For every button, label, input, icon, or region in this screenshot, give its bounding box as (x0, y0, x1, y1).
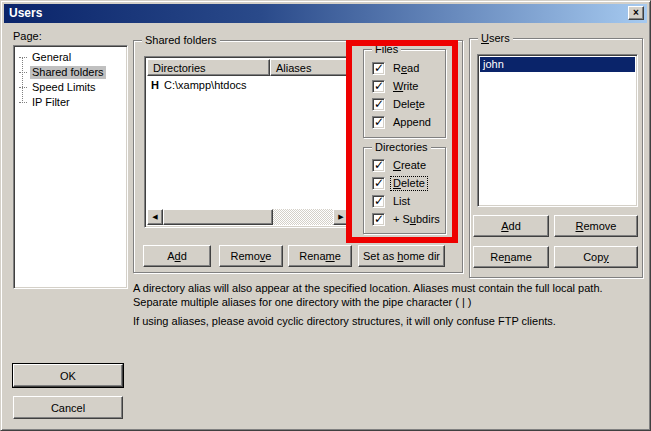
window-title: Users (9, 6, 42, 20)
files-group-label: Files (372, 43, 401, 55)
shared-folder-row[interactable]: H C:\xampp\htdocs (147, 77, 349, 92)
horizontal-scrollbar[interactable]: ◀ ▶ (147, 209, 349, 225)
add-folder-button-label: Add (167, 250, 187, 262)
remove-folder-button-label: Remove (231, 250, 272, 262)
append-checkbox-label: Append (391, 116, 433, 129)
files-group: Files Read Write Delete Append (363, 49, 446, 138)
file-delete-checkbox-label: Delete (391, 98, 427, 111)
directory-path: C:\xampp\htdocs (164, 79, 247, 91)
scroll-left-icon: ◀ (152, 213, 157, 221)
checkbox-check-icon[interactable] (372, 116, 385, 129)
sidebar-item-label: Shared folders (30, 66, 106, 79)
cancel-button[interactable]: Cancel (13, 396, 123, 419)
sidebar-item-label: Speed Limits (30, 81, 98, 94)
sidebar-item-label: IP Filter (30, 96, 72, 109)
user-add-button[interactable]: Add (473, 215, 549, 237)
list-checkbox[interactable]: List (372, 194, 412, 209)
rename-folder-button[interactable]: Rename (288, 245, 352, 267)
directories-column-header[interactable]: Directories (147, 59, 270, 76)
create-checkbox[interactable]: Create (372, 158, 428, 173)
scroll-right-icon: ▶ (338, 213, 343, 221)
scroll-thumb[interactable] (163, 209, 273, 225)
directories-group-label: Directories (372, 141, 431, 153)
append-checkbox[interactable]: Append (372, 115, 433, 130)
page-tree: General Shared folders Speed Limits IP F… (13, 45, 128, 289)
shared-folders-group-label: Shared folders (142, 34, 220, 46)
user-remove-button-label: Remove (576, 220, 617, 232)
tree-connector (19, 57, 27, 58)
write-checkbox-label: Write (391, 80, 420, 93)
shared-folders-list[interactable]: Directories Aliases H C:\xampp\htdocs ◀ … (144, 56, 352, 228)
checkbox-check-icon[interactable] (372, 98, 385, 111)
user-copy-button-label: Copy (583, 251, 609, 263)
create-checkbox-label: Create (391, 159, 428, 172)
user-add-button-label: Add (501, 220, 521, 232)
sidebar-item-ip-filter[interactable]: IP Filter (14, 95, 127, 110)
user-copy-button[interactable]: Copy (554, 246, 638, 268)
cancel-button-label: Cancel (51, 402, 85, 414)
sidebar-item-speed-limits[interactable]: Speed Limits (14, 80, 127, 95)
tree-connector (19, 102, 27, 103)
aliases-column-header[interactable]: Aliases (270, 59, 349, 76)
set-as-home-dir-button[interactable]: Set as home dir (358, 245, 445, 267)
dir-delete-checkbox[interactable]: Delete (372, 176, 427, 191)
list-header-row: Directories Aliases (147, 59, 349, 76)
close-button[interactable]: × (628, 6, 644, 20)
ok-button-label: OK (60, 370, 76, 382)
set-as-home-dir-button-label: Set as home dir (363, 250, 440, 262)
list-checkbox-label: List (391, 195, 412, 208)
subdirs-checkbox-label: + Subdirs (391, 213, 442, 226)
user-remove-button[interactable]: Remove (554, 215, 638, 237)
tree-line (22, 57, 23, 103)
read-checkbox-label: Read (391, 62, 421, 75)
add-folder-button[interactable]: Add (143, 245, 211, 267)
ok-button[interactable]: OK (13, 364, 123, 387)
checkbox-check-icon[interactable] (372, 159, 385, 172)
close-icon: × (633, 7, 639, 18)
tree-connector (19, 87, 27, 88)
scroll-right-button[interactable]: ▶ (333, 209, 349, 225)
info-paragraph-2: If using aliases, please avoid cyclic di… (133, 314, 641, 328)
checkbox-check-icon[interactable] (372, 195, 385, 208)
checkbox-check-icon[interactable] (372, 213, 385, 226)
scroll-left-button[interactable]: ◀ (147, 209, 163, 225)
dir-delete-checkbox-label: Delete (391, 177, 427, 190)
user-row-john[interactable]: john (480, 57, 635, 72)
user-rename-button[interactable]: Rename (473, 246, 549, 268)
user-rename-button-label: Rename (490, 251, 532, 263)
subdirs-checkbox[interactable]: + Subdirs (372, 212, 442, 227)
sidebar-item-shared-folders[interactable]: Shared folders (14, 65, 127, 80)
read-checkbox[interactable]: Read (372, 61, 421, 76)
checkbox-check-icon[interactable] (372, 62, 385, 75)
directories-group: Directories Create Delete List + Subdirs (363, 147, 446, 234)
sidebar-item-label: General (30, 51, 73, 64)
checkbox-check-icon[interactable] (372, 177, 385, 190)
users-group-label: Users (478, 32, 513, 44)
remove-folder-button[interactable]: Remove (219, 245, 283, 267)
tree-connector (19, 72, 27, 73)
info-paragraph-1: A directory alias will also appear at th… (133, 281, 641, 309)
alias-info-text: A directory alias will also appear at th… (133, 281, 641, 333)
sidebar-item-general[interactable]: General (14, 50, 127, 65)
file-delete-checkbox[interactable]: Delete (372, 97, 427, 112)
home-marker: H (151, 79, 164, 91)
users-list[interactable]: john (477, 54, 638, 207)
checkbox-check-icon[interactable] (372, 80, 385, 93)
write-checkbox[interactable]: Write (372, 79, 420, 94)
page-label: Page: (13, 30, 42, 42)
rename-folder-button-label: Rename (299, 250, 341, 262)
title-bar[interactable]: Users × (4, 4, 647, 23)
